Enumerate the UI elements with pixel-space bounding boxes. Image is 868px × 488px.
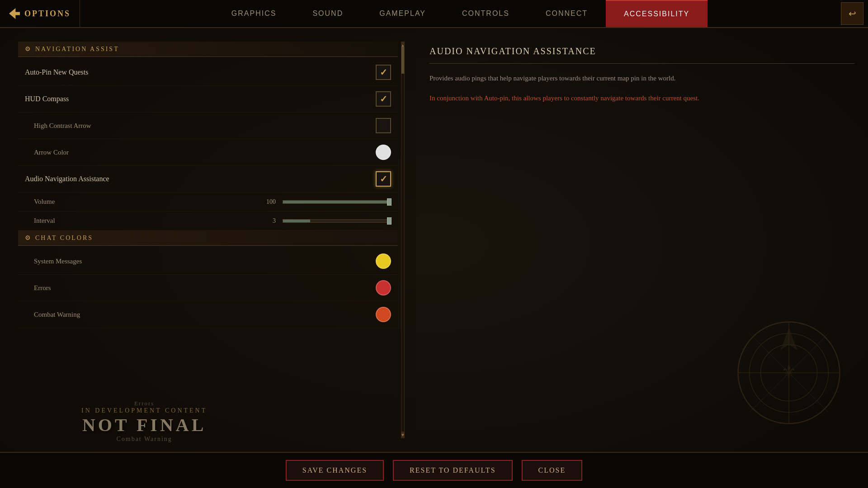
setting-label-combat_warning: Combat Warning [34, 311, 80, 319]
section-title: CHAT COLORS [35, 235, 93, 242]
decorative-emblem: ⚜ [732, 316, 845, 429]
nav-tab-connect[interactable]: CONNECT [528, 0, 606, 27]
scroll-down-button[interactable]: ▼ [401, 432, 404, 438]
main-content: ⚙ NAVIGATION ASSIST Auto-Pin New QuestsH… [0, 28, 868, 452]
color-picker-combat_warning[interactable] [376, 307, 391, 322]
logo-arrow-icon [9, 8, 20, 19]
nav-tabs: GRAPHICSSOUNDGAMEPLAYCONTROLSCONNECTACCE… [80, 0, 841, 27]
setting-row-hud_compass: HUD Compass [18, 86, 398, 113]
setting-row-auto_pin_quests: Auto-Pin New Quests [18, 59, 398, 86]
setting-row-arrow_color: Arrow Color [18, 139, 398, 166]
nav-tab-sound[interactable]: SOUND [294, 0, 361, 27]
slider-value-volume: 100 [262, 198, 276, 206]
nav-tab-gameplay[interactable]: GAMEPLAY [361, 0, 444, 27]
scrollbar-thumb[interactable] [401, 47, 404, 74]
setting-label-interval: Interval [34, 217, 55, 225]
setting-label-auto_pin_quests: Auto-Pin New Quests [25, 68, 88, 76]
info-panel: AUDIO NAVIGATION ASSISTANCE Provides aud… [416, 28, 868, 452]
section-icon: ⚙ [25, 45, 31, 53]
nav-tab-controls[interactable]: CONTROLS [444, 0, 528, 27]
color-picker-errors[interactable] [376, 280, 391, 296]
setting-row-interval: Interval3 [18, 211, 398, 230]
info-title: AUDIO NAVIGATION ASSISTANCE [429, 46, 854, 64]
setting-label-errors: Errors [34, 284, 51, 292]
svg-text:⚜: ⚜ [781, 362, 797, 381]
slider-value-interval: 3 [262, 217, 276, 225]
close-button[interactable]: Close [522, 460, 583, 481]
setting-label-system_messages: System Messages [34, 258, 82, 265]
section-header-chat_colors: ⚙ CHAT COLORS [18, 230, 398, 246]
slider-track-interval[interactable] [283, 219, 391, 223]
logo-text: OPTIONS [24, 9, 71, 19]
color-picker-system_messages[interactable] [376, 253, 391, 269]
info-description: Provides audio pings that help navigate … [429, 73, 854, 84]
setting-label-hud_compass: HUD Compass [25, 95, 69, 103]
slider-container-interval: 3 [262, 217, 391, 225]
slider-fill-volume [283, 201, 391, 203]
section-header-navigation_assist: ⚙ NAVIGATION ASSIST [18, 42, 398, 57]
slider-track-volume[interactable] [283, 200, 391, 204]
setting-label-high_contrast_arrow: High Contrast Arrow [34, 122, 91, 130]
settings-panel: ⚙ NAVIGATION ASSIST Auto-Pin New QuestsH… [0, 28, 416, 452]
back-button[interactable]: ↩ [841, 2, 863, 25]
color-picker-arrow_color[interactable] [376, 145, 391, 160]
section-icon: ⚙ [25, 234, 31, 242]
setting-row-combat_warning: Combat Warning [18, 301, 398, 328]
nav-tab-graphics[interactable]: GRAPHICS [213, 0, 295, 27]
info-highlight: In conjunction with Auto-pin, this allow… [429, 93, 854, 103]
setting-row-volume: Volume100 [18, 192, 398, 211]
settings-container: ⚙ NAVIGATION ASSIST Auto-Pin New QuestsH… [9, 37, 407, 333]
nav-tab-accessibility[interactable]: ACCESSIBILITY [606, 0, 708, 27]
slider-thumb-volume[interactable] [387, 198, 392, 206]
setting-label-audio_nav_assistance: Audio Navigation Assistance [25, 175, 109, 183]
slider-container-volume: 100 [262, 198, 391, 206]
setting-label-arrow_color: Arrow Color [34, 149, 69, 156]
top-navigation: OPTIONS GRAPHICSSOUNDGAMEPLAYCONTROLSCON… [0, 0, 868, 28]
slider-thumb-interval[interactable] [387, 217, 392, 225]
checkbox-hud_compass[interactable] [376, 91, 391, 107]
checkbox-audio_nav_assistance[interactable] [376, 171, 391, 187]
bottom-action-bar: Save Changes Reset to Defaults Close [0, 452, 868, 488]
scrollbar[interactable]: ▲ ▼ [401, 42, 405, 438]
checkbox-high_contrast_arrow[interactable] [376, 118, 391, 133]
setting-row-errors: Errors [18, 275, 398, 301]
nav-logo: OPTIONS [0, 0, 80, 27]
setting-row-system_messages: System Messages [18, 248, 398, 275]
save-changes-button[interactable]: Save Changes [286, 460, 384, 481]
settings-scroll-area: ⚙ NAVIGATION ASSIST Auto-Pin New QuestsH… [9, 37, 407, 443]
section-title: NAVIGATION ASSIST [35, 46, 119, 53]
setting-label-volume: Volume [34, 198, 55, 206]
setting-row-high_contrast_arrow: High Contrast Arrow [18, 113, 398, 139]
reset-defaults-button[interactable]: Reset to Defaults [393, 460, 512, 481]
setting-row-audio_nav_assistance: Audio Navigation Assistance [18, 166, 398, 192]
checkbox-auto_pin_quests[interactable] [376, 65, 391, 80]
slider-fill-interval [283, 220, 310, 222]
